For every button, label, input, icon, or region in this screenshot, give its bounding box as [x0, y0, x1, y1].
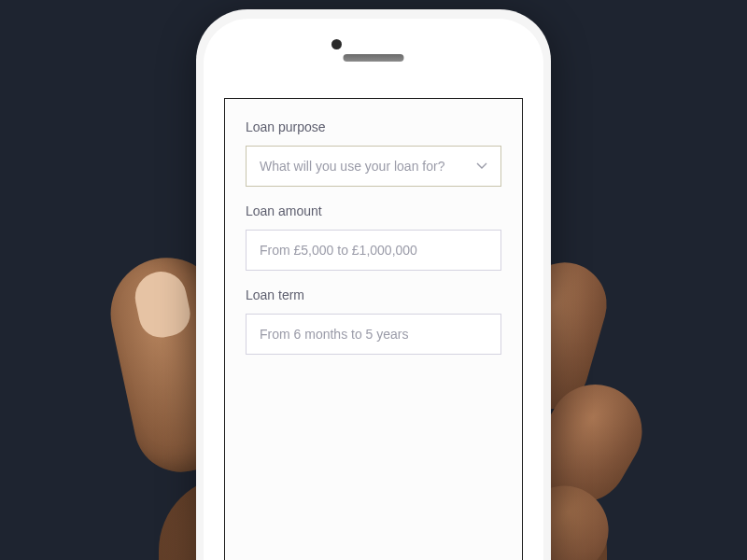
loan-purpose-label: Loan purpose [246, 119, 501, 134]
loan-term-placeholder: From 6 months to 5 years [260, 327, 409, 342]
phone-camera [331, 39, 342, 49]
loan-term-label: Loan term [246, 287, 501, 302]
loan-amount-label: Loan amount [246, 203, 501, 218]
loan-term-field: Loan term From 6 months to 5 years [246, 287, 501, 355]
phone-frame: Loan purpose What will you use your loan… [196, 9, 551, 560]
phone-screen: Loan purpose What will you use your loan… [224, 98, 523, 560]
loan-purpose-placeholder: What will you use your loan for? [260, 159, 444, 174]
loan-purpose-field: Loan purpose What will you use your loan… [246, 119, 501, 187]
loan-amount-placeholder: From £5,000 to £1,000,000 [260, 243, 417, 258]
chevron-down-icon [476, 162, 487, 170]
phone-speaker [344, 54, 404, 62]
loan-form: Loan purpose What will you use your loan… [225, 99, 522, 355]
loan-purpose-select[interactable]: What will you use your loan for? [246, 146, 501, 187]
loan-amount-field: Loan amount From £5,000 to £1,000,000 [246, 203, 501, 271]
loan-amount-input[interactable]: From £5,000 to £1,000,000 [246, 230, 501, 271]
loan-term-input[interactable]: From 6 months to 5 years [246, 314, 501, 355]
